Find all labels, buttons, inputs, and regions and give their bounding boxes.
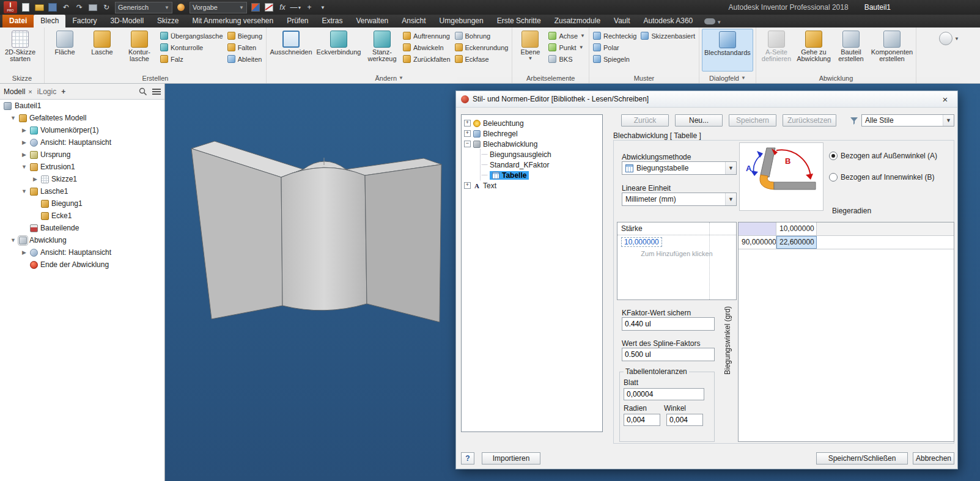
tree-item-ecke1[interactable]: Ecke1 xyxy=(0,210,164,222)
panel-label-abwicklung[interactable]: Abwicklung xyxy=(756,73,916,83)
abwicklungsmethode-dropdown[interactable]: Biegungstabelle ▼ xyxy=(622,161,737,175)
start-2d-sketch-button[interactable]: 2D-Skizze starten xyxy=(2,29,38,72)
expand-arrow-icon[interactable]: ▶ xyxy=(21,249,28,255)
auftrennung-button[interactable]: Auftrennung xyxy=(402,31,452,41)
redo-icon[interactable]: ↷ xyxy=(75,2,84,12)
undo-icon[interactable]: ↶ xyxy=(61,2,71,12)
styles-tree-tabelle[interactable]: Tabelle xyxy=(482,170,600,180)
flaeche-button[interactable]: Fläche xyxy=(47,29,83,72)
expand-arrow-icon[interactable]: ▶ xyxy=(21,139,28,145)
neu-button[interactable]: Neu... xyxy=(675,114,723,127)
clear-appearance-icon[interactable] xyxy=(264,2,274,12)
cloud-icon[interactable] xyxy=(704,18,715,24)
appearance-dropdown[interactable]: Vorgabe ▼ xyxy=(190,2,247,13)
panel-label-skizze[interactable]: Skizze xyxy=(0,73,44,83)
expand-plus-icon[interactable]: + xyxy=(464,130,471,137)
speichern-schliessen-button[interactable]: Speichern/Schließen xyxy=(816,452,908,464)
tree-item-ansicht-hauptansicht[interactable]: ▶ Ansicht: Hauptansicht xyxy=(0,136,164,149)
tree-item-abwicklung[interactable]: ▼ Abwicklung xyxy=(0,234,164,246)
close-icon[interactable]: × xyxy=(28,88,32,95)
skizzenbasiert-button[interactable]: Skizzenbasiert xyxy=(639,31,696,41)
tab-skizze[interactable]: Skizze xyxy=(150,15,185,28)
material-sphere-icon[interactable] xyxy=(176,2,186,12)
expand-arrow-icon[interactable]: ▶ xyxy=(21,127,28,133)
gehe-zu-abwicklung-button[interactable]: Gehe zu Abwicklung xyxy=(796,29,831,72)
tree-item-biegung1[interactable]: Biegung1 xyxy=(0,197,164,210)
punkt-button[interactable]: Punkt ▼ xyxy=(547,42,586,53)
panel-label-dialogfeld[interactable]: Dialogfeld▼ xyxy=(699,73,756,83)
print-icon[interactable] xyxy=(88,2,98,12)
tree-item-volumenkoerper[interactable]: ▶ Volumenkörper(1) xyxy=(0,124,164,136)
falten-button[interactable]: Falten xyxy=(226,42,263,53)
abwickeln-button[interactable]: Abwickeln xyxy=(402,42,452,53)
style-filter-dropdown[interactable]: Alle Stile ▼ xyxy=(861,114,954,127)
browser-tab-modell[interactable]: Modell × xyxy=(4,87,32,96)
zurueck-button[interactable]: Zurück xyxy=(621,114,669,127)
save-icon[interactable] xyxy=(48,2,57,12)
blatt-input[interactable] xyxy=(624,388,704,400)
tree-item-skizze1[interactable]: ▶ Skizze1 xyxy=(0,173,164,185)
appearance-swatch-icon[interactable] xyxy=(251,2,260,12)
styles-tree-biegungsausgleich[interactable]: Biegungsausgleich xyxy=(482,149,600,160)
bks-button[interactable]: BKS xyxy=(547,54,586,64)
expand-plus-icon[interactable]: + xyxy=(464,120,471,127)
biegung-button[interactable]: Biegung xyxy=(226,31,263,41)
add-tab-icon[interactable]: + xyxy=(61,87,65,96)
dialog-title-bar[interactable]: Stil- und Normen-Editor [Bibliothek - Le… xyxy=(456,91,957,108)
tree-item-bauteil1[interactable]: Bauteil1 xyxy=(0,100,164,112)
material-dropdown[interactable]: Generisch ▼ xyxy=(115,2,172,13)
konturlasche-button[interactable]: Kontur- lasche xyxy=(122,29,157,72)
spiegeln-button[interactable]: Spiegeln xyxy=(592,54,638,64)
close-icon[interactable]: × xyxy=(938,94,952,105)
bauteil-erstellen-button[interactable]: Bauteil erstellen xyxy=(833,29,869,72)
eckverbindung-button[interactable]: Eckverbindung xyxy=(315,29,363,72)
achse-button[interactable]: Achse ▼ xyxy=(547,31,586,41)
tab-blech[interactable]: Blech xyxy=(34,15,65,28)
open-folder-icon[interactable] xyxy=(34,2,44,12)
panel-label-erstellen[interactable]: Erstellen xyxy=(45,73,266,83)
corner-cell[interactable] xyxy=(739,222,776,235)
eckfase-button[interactable]: Eckfase xyxy=(454,54,510,64)
new-file-icon[interactable] xyxy=(21,2,31,12)
blechstandards-button[interactable]: Blechstandards xyxy=(702,29,753,72)
tab-zusatzmodule[interactable]: Zusatzmodule xyxy=(548,15,607,28)
abbrechen-button[interactable]: Abbrechen xyxy=(913,452,954,464)
tab-autodesk-a360[interactable]: Autodesk A360 xyxy=(637,15,700,28)
styles-tree-beleuchtung[interactable]: + Beleuchtung xyxy=(464,118,600,128)
eckenrundung-button[interactable]: Eckenrundung xyxy=(454,42,510,53)
tab-vault[interactable]: Vault xyxy=(607,15,636,28)
ausschneiden-button[interactable]: Ausschneiden xyxy=(269,29,313,72)
tab-factory[interactable]: Factory xyxy=(65,15,103,28)
browser-tab-ilogic[interactable]: iLogic xyxy=(37,87,56,96)
staerke-table[interactable]: Stärke 10,000000 Zum Hinzufügen klicken xyxy=(617,222,737,300)
uebergangslasche-button[interactable]: Übergangslasche xyxy=(159,31,224,41)
browser-menu-icon[interactable] xyxy=(152,88,161,95)
ribbon-help-button[interactable]: ▼ xyxy=(939,32,959,45)
tree-item-ende-der-abwicklung[interactable]: Ende der Abwicklung xyxy=(0,259,164,271)
tree-item-extrusion1[interactable]: ▼ Extrusion1 xyxy=(0,161,164,173)
radius-header-cell[interactable]: 10,000000 xyxy=(776,222,817,235)
expand-arrow-icon[interactable]: ▼ xyxy=(21,188,28,194)
kfaktor-input[interactable] xyxy=(622,317,715,331)
spline-input[interactable] xyxy=(622,348,715,361)
tab-erste-schritte[interactable]: Erste Schritte xyxy=(490,15,548,28)
tab-3d-modell[interactable]: 3D-Modell xyxy=(103,15,150,28)
value-cell[interactable]: 22,600000 xyxy=(776,236,817,249)
bend-table[interactable]: 10,000000 90,000000 22,600000 xyxy=(738,222,954,442)
tree-item-gefaltetes-modell[interactable]: ▼ Gefaltetes Modell xyxy=(0,112,164,124)
speichern-button[interactable]: Speichern xyxy=(729,114,776,127)
panel-label-arbeitselemente[interactable]: Arbeitselemente xyxy=(512,73,589,83)
chevron-down-icon[interactable]: ▼ xyxy=(717,20,721,25)
tab-pruefen[interactable]: Prüfen xyxy=(280,15,315,28)
polar-button[interactable]: Polar xyxy=(592,42,638,53)
radien-input[interactable] xyxy=(624,414,660,426)
lineare-einheit-dropdown[interactable]: Millimeter (mm) ▼ xyxy=(622,193,737,206)
staerke-value[interactable]: 10,000000 xyxy=(621,237,662,247)
stanzwerkzeug-button[interactable]: Stanz- werkzeug xyxy=(364,29,400,72)
help-button[interactable]: ? xyxy=(461,452,474,464)
ebene-button[interactable]: Ebene ▼ xyxy=(515,29,545,72)
collapse-minus-icon[interactable]: − xyxy=(464,141,471,147)
tab-ansicht[interactable]: Ansicht xyxy=(395,15,432,28)
tree-item-lasche1[interactable]: ▼ Lasche1 xyxy=(0,185,164,197)
expand-arrow-icon[interactable]: ▶ xyxy=(21,152,28,158)
